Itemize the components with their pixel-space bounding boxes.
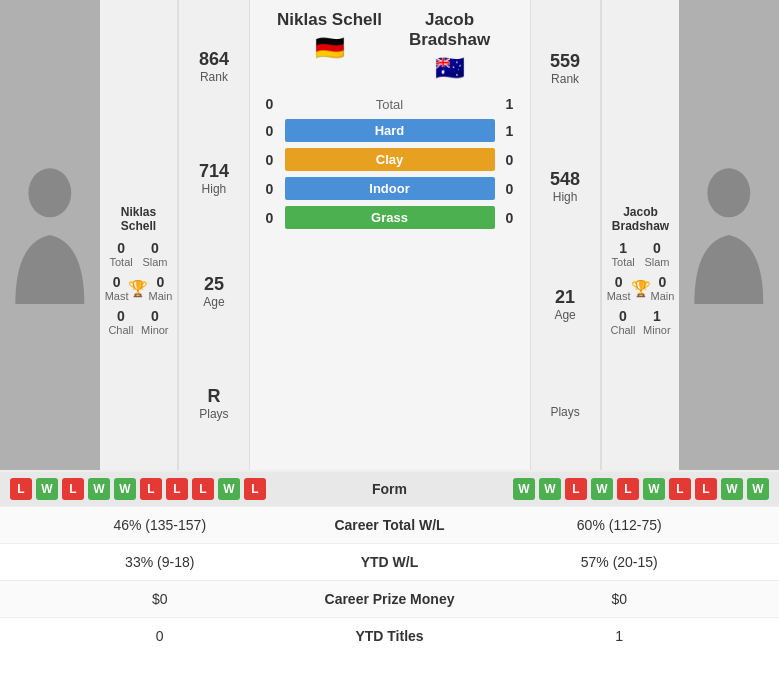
form-label: Form [340,481,440,497]
left-rank-lbl: Rank [199,70,229,84]
left-total-lbl: Total [109,256,132,268]
right-trophy-icon: 🏆 [631,279,651,298]
comparison-row-1: 33% (9-18) YTD W/L 57% (20-15) [0,543,779,580]
right-mast-lbl: Mast [607,290,631,302]
right-high-block: 548 High [550,169,580,204]
comp-left-2: $0 [20,591,300,607]
form-badge-l: L [244,478,266,500]
court-total-left: 0 [260,96,280,112]
form-badge-l: L [617,478,639,500]
court-clay-row: 0 Clay 0 [250,145,530,174]
left-name-display: Niklas Schell [277,10,382,30]
right-stats: 1 Total 0 Slam 0 Mast 🏆 [602,236,680,336]
left-high-lbl: High [199,182,229,196]
main-container: Niklas Schell 0 Total 0 Slam 0 M [0,0,779,654]
form-badge-l: L [10,478,32,500]
left-trophy-icon: 🏆 [128,279,148,298]
right-player-name: Jacob Bradshaw [602,200,680,236]
left-rank-block: 864 Rank [199,49,229,84]
form-badge-l: L [695,478,717,500]
left-slam-val: 0 [142,240,167,256]
left-name-top: Niklas Schell 🇩🇪 [270,10,390,62]
right-rank-val: 559 [550,51,580,72]
svg-point-0 [28,168,71,217]
court-hard-right: 1 [500,123,520,139]
court-total-label: Total [280,97,500,112]
form-badge-w: W [539,478,561,500]
indoor-badge: Indoor [285,177,495,200]
left-total-val: 0 [109,240,132,256]
right-minor-lbl: Minor [643,324,671,336]
court-hard-left: 0 [260,123,280,139]
right-main-val: 0 [651,274,675,290]
form-left-badges: LWLWWLLLWL [10,478,340,500]
comparison-row-3: 0 YTD Titles 1 [0,617,779,654]
left-mast-lbl: Mast [105,290,129,302]
form-badge-w: W [513,478,535,500]
right-info: Jacob Bradshaw 1 Total 0 Slam 0 Mast [601,0,680,470]
right-rank-block: 559 Rank [550,51,580,86]
form-badge-w: W [591,478,613,500]
right-age-block: 21 Age [554,287,575,322]
right-minor-val: 1 [643,308,671,324]
court-total-row: 0 Total 1 [250,92,530,116]
form-badge-w: W [721,478,743,500]
left-info: Niklas Schell 0 Total 0 Slam 0 M [100,0,179,470]
right-silhouette [679,145,779,325]
court-indoor-right: 0 [500,181,520,197]
comp-left-1: 33% (9-18) [20,554,300,570]
comparison-row-2: $0 Career Prize Money $0 [0,580,779,617]
top-section: Niklas Schell 0 Total 0 Slam 0 M [0,0,779,470]
right-chall-val: 0 [610,308,635,324]
form-badge-l: L [62,478,84,500]
left-high-block: 714 High [199,161,229,196]
court-total-right: 1 [500,96,520,112]
left-main-lbl: Main [148,290,172,302]
left-plays-val: R [199,386,228,407]
court-indoor-left: 0 [260,181,280,197]
form-right-badges: WWLWLWLLWW [440,478,770,500]
right-chall-lbl: Chall [610,324,635,336]
left-plays-block: R Plays [199,386,228,421]
form-badge-w: W [36,478,58,500]
left-main-val: 0 [148,274,172,290]
right-slam-lbl: Slam [644,256,669,268]
hard-badge: Hard [285,119,495,142]
comp-left-3: 0 [20,628,300,644]
right-total-val: 1 [612,240,635,256]
right-photo [679,0,779,470]
form-badge-l: L [140,478,162,500]
court-grass-row: 0 Grass 0 [250,203,530,232]
right-main-lbl: Main [651,290,675,302]
comp-right-1: 57% (20-15) [480,554,760,570]
grass-badge: Grass [285,206,495,229]
form-badge-l: L [565,478,587,500]
left-age-val: 25 [203,274,224,295]
right-high-val: 548 [550,169,580,190]
form-row: LWLWWLLLWL Form WWLWLWLLWW [0,470,779,506]
left-age-block: 25 Age [203,274,224,309]
left-chall-val: 0 [108,308,133,324]
form-badge-w: W [747,478,769,500]
comp-right-3: 1 [480,628,760,644]
form-badge-w: W [643,478,665,500]
clay-badge: Clay [285,148,495,171]
svg-point-1 [708,168,751,217]
left-minor-lbl: Minor [141,324,169,336]
left-mast-val: 0 [105,274,129,290]
right-mid-stats: 559 Rank 548 High 21 Age Plays [530,0,601,470]
left-plays-lbl: Plays [199,407,228,421]
right-total-lbl: Total [612,256,635,268]
left-photo [0,0,100,470]
comp-label-0: Career Total W/L [300,517,480,533]
left-flag-display: 🇩🇪 [315,34,345,62]
name-row: Niklas Schell 🇩🇪 Jacob Bradshaw 🇦🇺 [250,0,530,92]
right-age-lbl: Age [554,308,575,322]
left-age-lbl: Age [203,295,224,309]
left-rank-val: 864 [199,49,229,70]
court-grass-right: 0 [500,210,520,226]
court-grass-left: 0 [260,210,280,226]
form-badge-l: L [166,478,188,500]
court-hard-row: 0 Hard 1 [250,116,530,145]
comp-label-2: Career Prize Money [300,591,480,607]
